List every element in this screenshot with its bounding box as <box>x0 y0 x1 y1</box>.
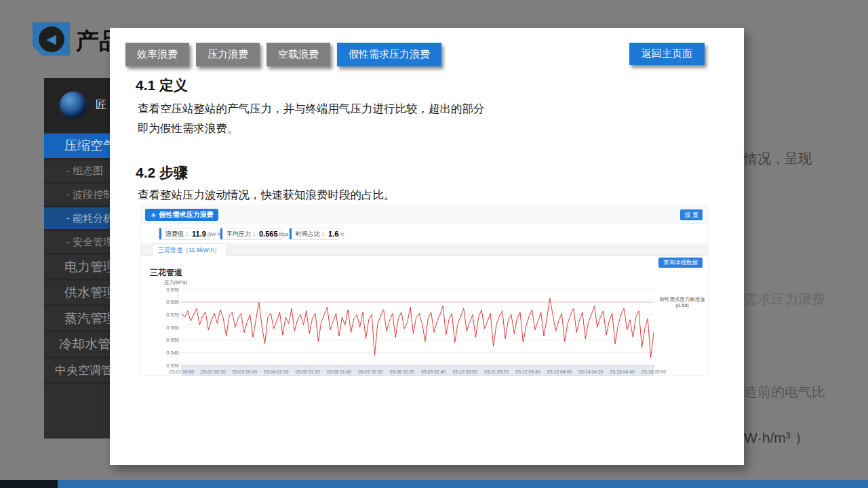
tab-noload-waste[interactable]: 空载浪费 <box>267 43 330 66</box>
sidebar-item-compressed-air[interactable]: 压缩空气 <box>44 134 110 158</box>
tab-false-demand-waste[interactable]: 假性需求压力浪费 <box>337 43 441 66</box>
bottom-bar-blue-segment <box>58 480 868 488</box>
svg-text:03-11 03:20: 03-11 03:20 <box>484 369 509 374</box>
svg-text:03-16 05:00: 03-16 05:00 <box>642 369 667 374</box>
app-logo-badge: ◀ <box>33 22 70 56</box>
tab-pressure-waste[interactable]: 压力浪费 <box>196 43 260 66</box>
stat-label: 浪费值： <box>165 230 190 239</box>
sidebar-item-power[interactable]: 电力管理 <box>44 255 110 279</box>
sidebar: 匠 压缩空气 - 组态图 - 波段控制 - 能耗分析 - 安全管理 电力管理 供… <box>44 78 110 439</box>
background-text-fragment: 需求压力浪费 <box>744 290 825 308</box>
dashboard-screenshot: ✳ 假性需求压力浪费 设 置 浪费值： 11.9 (kW·h) 平均压力： 0.… <box>140 205 709 376</box>
stat-value: 1.6 <box>328 230 338 238</box>
svg-text:03-09 02:40: 03-09 02:40 <box>421 369 446 374</box>
pressure-series-line <box>182 298 654 358</box>
svg-text:0.570: 0.570 <box>166 312 179 318</box>
svg-text:0.540: 0.540 <box>166 350 179 356</box>
stat-label: 平均压力： <box>226 230 257 239</box>
tab-sanhua-pipe[interactable]: 三花管道（11.9kW·h） <box>152 243 226 256</box>
settings-button[interactable]: 设 置 <box>680 209 703 220</box>
waste-burst-icon: ✳ <box>151 211 156 219</box>
svg-text:03-10 03:00: 03-10 03:00 <box>452 369 477 374</box>
svg-text:03-07 02:00: 03-07 02:00 <box>358 369 383 374</box>
detail-panel: 效率浪费 压力浪费 空载浪费 假性需求压力浪费 返回主页面 4.1 定义 查看空… <box>110 28 744 465</box>
dashboard-title: 假性需求压力浪费 <box>159 210 213 220</box>
sidebar-item-band-control[interactable]: - 波段控制 <box>44 184 110 205</box>
sidebar-item-energy-analysis[interactable]: - 能耗分析 <box>44 207 110 229</box>
tab-efficiency-waste[interactable]: 效率浪费 <box>125 43 189 66</box>
svg-text:03-08 02:20: 03-08 02:20 <box>390 369 415 374</box>
section-heading-definition: 4.1 定义 <box>136 76 188 95</box>
pipe-tab-strip: 三花管道（11.9kW·h） <box>141 243 708 256</box>
stat-time-ratio: 时间占比： 1.6 % <box>289 228 339 240</box>
stat-value: 11.9 <box>192 230 206 238</box>
sidebar-logo-icon <box>60 92 87 119</box>
query-detail-data-button[interactable]: 查询详细数据 <box>658 258 703 268</box>
stat-value: 0.565 <box>259 230 278 238</box>
threshold-annotation: 假性需求压力标准值 <box>659 296 705 302</box>
svg-text:0.590: 0.590 <box>166 287 179 293</box>
sidebar-item-hvac[interactable]: 中央空调管 <box>44 359 110 382</box>
svg-text:0.530: 0.530 <box>166 363 179 369</box>
steps-text-line: 查看整站压力波动情况，快速获知浪费时段的占比。 <box>138 188 395 203</box>
svg-text:03-05 01:20: 03-05 01:20 <box>295 369 320 374</box>
stat-unit: % <box>340 232 344 237</box>
svg-text:03-06 01:40: 03-06 01:40 <box>327 369 352 374</box>
svg-text:0.550: 0.550 <box>166 337 179 343</box>
definition-text-line: 查看空压站整站的产气压力，并与终端用气压力进行比较，超出的部分 <box>138 102 485 117</box>
stat-waste-value: 浪费值： 11.9 (kW·h) <box>159 228 210 240</box>
background-text-fragment: 造前的电气比 <box>744 383 825 401</box>
sidebar-logo-label: 匠 <box>96 98 106 113</box>
background-text-fragment: W·h/m³ ） <box>744 428 809 447</box>
stat-unit: Mpa <box>279 232 289 237</box>
svg-text:压力(MPa): 压力(MPa) <box>164 279 187 285</box>
sidebar-logo: 匠 <box>44 78 110 132</box>
back-arrow-icon: ◀ <box>39 26 64 52</box>
sidebar-item-safety[interactable]: - 安全管理 <box>44 231 110 253</box>
svg-text:03-04 01:00: 03-04 01:00 <box>264 369 289 374</box>
definition-text-line: 即为假性需求浪费。 <box>138 121 239 136</box>
sidebar-item-cooling-water[interactable]: 冷却水管 <box>44 332 110 357</box>
svg-text:(0.58): (0.58) <box>675 302 689 308</box>
svg-text:03-13 04:00: 03-13 04:00 <box>547 369 572 374</box>
stat-label: 时间占比： <box>296 230 326 239</box>
screen: ◀ 产品 匠 压缩空气 - 组态图 - 波段控制 - 能耗分析 - 安全管理 电… <box>0 0 868 488</box>
back-to-main-button[interactable]: 返回主页面 <box>629 43 705 65</box>
background-text-fragment: 情况，呈现 <box>744 150 812 168</box>
svg-text:03-14 04:20: 03-14 04:20 <box>578 369 604 374</box>
sidebar-filler <box>44 384 110 439</box>
sidebar-item-config-diagram[interactable]: - 组态图 <box>44 161 110 182</box>
dashboard-title-badge: ✳ 假性需求压力浪费 <box>145 209 218 221</box>
bottom-bar-dark-segment <box>0 480 58 488</box>
svg-text:0.560: 0.560 <box>166 325 179 331</box>
svg-text:03-12 03:40: 03-12 03:40 <box>515 369 540 374</box>
svg-text:03-03 00:40: 03-03 00:40 <box>233 369 258 374</box>
pressure-line-chart: 0.5900.5800.5700.5600.5500.5400.53003-01… <box>161 276 709 376</box>
waste-type-tabs: 效率浪费 压力浪费 空载浪费 假性需求压力浪费 <box>125 43 441 66</box>
svg-text:0.580: 0.580 <box>166 299 179 305</box>
svg-text:03-15 04:40: 03-15 04:40 <box>610 369 635 374</box>
dashboard-header: ✳ 假性需求压力浪费 设 置 <box>141 206 708 224</box>
stat-average-pressure: 平均压力： 0.565 Mpa <box>220 228 282 240</box>
sidebar-item-steam[interactable]: 蒸汽管理 <box>44 306 110 330</box>
svg-text:03-02 00:20: 03-02 00:20 <box>201 369 226 374</box>
sidebar-item-water-supply[interactable]: 供水管理 <box>44 281 110 304</box>
svg-text:03-01 00:00: 03-01 00:00 <box>170 369 195 374</box>
section-heading-steps: 4.2 步骤 <box>136 163 188 182</box>
